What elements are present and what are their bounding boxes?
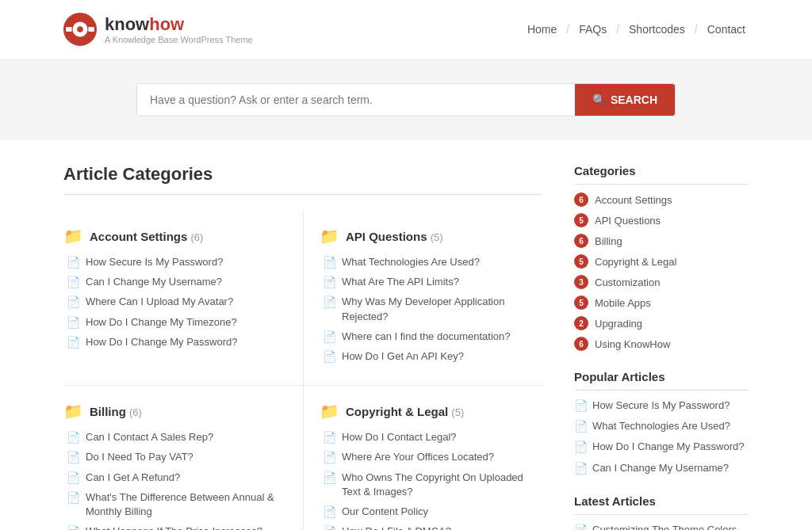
sidebar-cat-link[interactable]: Upgrading — [595, 318, 642, 330]
doc-icon: 📄 — [67, 525, 80, 530]
doc-icon: 📄 — [323, 296, 336, 308]
article-list-billing: 📄Can I Contact A Sales Rep? 📄Do I Need T… — [63, 430, 287, 530]
article-link[interactable]: Can I Change My Username? — [86, 275, 222, 289]
logo-text: knowhow A Knowledge Base WordPress Theme — [105, 14, 253, 44]
sidebar-cat-item: 6 Account Settings — [574, 193, 749, 207]
doc-icon: 📄 — [323, 471, 336, 484]
sidebar-cat-link[interactable]: Billing — [595, 235, 622, 247]
sidebar-popular-item: 📄 Can I Change My Username? — [574, 461, 749, 475]
popular-article-link[interactable]: What Technologies Are Used? — [592, 419, 730, 433]
doc-icon: 📄 — [574, 462, 588, 475]
doc-icon: 📄 — [323, 330, 336, 343]
doc-icon: 📄 — [323, 276, 336, 288]
list-item: 📄Can I Get A Refund? — [67, 471, 287, 485]
list-item: 📄What Technologies Are Used? — [323, 255, 527, 269]
content-area: Article Categories 📁 Account Settings (6… — [63, 164, 542, 530]
sidebar-cat-link[interactable]: Mobile Apps — [595, 297, 651, 309]
folder-icon-copyright: 📁 — [320, 402, 339, 421]
sidebar-latest-list: 📄 Customizing The Theme Colors 📄 Recomme… — [574, 523, 749, 530]
folder-icon-account: 📁 — [63, 227, 83, 246]
sidebar-cat-item: 6 Using KnowHow — [574, 337, 749, 351]
article-link[interactable]: Where can I find the documentation? — [342, 330, 510, 344]
list-item: 📄How Do I Contact Legal? — [323, 430, 527, 444]
sidebar-cat-link[interactable]: Account Settings — [595, 194, 672, 206]
nav-sep-2: / — [616, 23, 619, 36]
category-header-billing: 📁 Billing (6) — [63, 402, 287, 421]
sidebar-popular-item: 📄 What Technologies Are Used? — [574, 419, 749, 433]
search-wrap: 🔍 SEARCH — [136, 83, 676, 116]
sidebar-cat-item: 5 Mobile Apps — [574, 296, 749, 310]
nav-sep-1: / — [566, 23, 569, 36]
popular-article-link[interactable]: Can I Change My Username? — [592, 461, 729, 475]
cat-badge: 5 — [574, 296, 588, 310]
article-link[interactable]: What Technologies Are Used? — [342, 255, 480, 269]
sidebar-cat-link[interactable]: Customization — [595, 276, 660, 288]
article-link[interactable]: What Happens If The Price Increases? — [86, 524, 262, 530]
doc-icon: 📄 — [323, 505, 336, 518]
doc-icon: 📄 — [67, 451, 80, 463]
search-icon: 🔍 — [592, 93, 606, 106]
popular-article-link[interactable]: How Secure Is My Password? — [592, 398, 730, 413]
article-link[interactable]: Do I Need To Pay VAT? — [86, 450, 193, 464]
nav-home[interactable]: Home — [524, 21, 560, 37]
nav-shortcodes[interactable]: Shortcodes — [626, 21, 688, 37]
article-link[interactable]: Can I Get A Refund? — [86, 471, 180, 485]
search-button[interactable]: 🔍 SEARCH — [575, 84, 675, 116]
category-title-api: API Questions (5) — [346, 230, 443, 243]
sidebar-cat-item: 2 Upgrading — [574, 316, 749, 330]
main-nav: Home / FAQs / Shortcodes / Contact — [524, 21, 749, 37]
article-link[interactable]: How Do I File A DMCA? — [342, 524, 451, 530]
article-link[interactable]: Why Was My Developer Application Rejecte… — [342, 295, 527, 323]
sidebar-cat-item: 5 API Questions — [574, 213, 749, 227]
doc-icon: 📄 — [323, 431, 336, 444]
article-link[interactable]: Our Content Policy — [342, 505, 428, 519]
category-grid: 📁 Account Settings (6) 📄How Secure Is My… — [63, 211, 542, 530]
article-link[interactable]: Where Can I Upload My Avatar? — [86, 295, 233, 309]
sidebar-latest-section: Latest Articles 📄 Customizing The Theme … — [574, 494, 749, 530]
search-input[interactable] — [137, 84, 575, 116]
doc-icon: 📄 — [323, 525, 336, 530]
cat-badge: 5 — [574, 254, 588, 269]
list-item: 📄Why Was My Developer Application Reject… — [323, 295, 527, 323]
sidebar-latest-item: 📄 Customizing The Theme Colors — [574, 523, 749, 530]
list-item: 📄Do I Need To Pay VAT? — [67, 450, 287, 464]
cat-badge: 6 — [574, 193, 588, 207]
article-list-api: 📄What Technologies Are Used? 📄What Are T… — [320, 255, 527, 364]
search-button-label: SEARCH — [611, 93, 657, 106]
article-link[interactable]: How Do I Get An API Key? — [342, 349, 464, 364]
doc-icon: 📄 — [574, 399, 588, 412]
article-link[interactable]: Where Are Your Offices Located? — [342, 450, 494, 464]
sidebar-popular-title: Popular Articles — [574, 370, 749, 391]
list-item: 📄How Do I Change My Timezone? — [67, 315, 287, 330]
article-link[interactable]: How Do I Change My Password? — [86, 335, 237, 349]
sidebar-cat-link[interactable]: Using KnowHow — [595, 338, 670, 350]
list-item: 📄What Are The API Limits? — [323, 275, 527, 289]
sidebar-cat-item: 6 Billing — [574, 234, 749, 248]
sidebar-cat-link[interactable]: Copyright & Legal — [595, 256, 676, 268]
doc-icon: 📄 — [67, 431, 80, 444]
cat-badge: 6 — [574, 337, 588, 351]
nav-contact[interactable]: Contact — [704, 21, 749, 37]
doc-icon: 📄 — [67, 336, 80, 349]
folder-icon-billing: 📁 — [63, 402, 83, 421]
article-link[interactable]: How Do I Contact Legal? — [342, 430, 457, 444]
article-link[interactable]: What Are The API Limits? — [342, 275, 459, 289]
article-link[interactable]: How Do I Change My Timezone? — [86, 315, 237, 330]
article-link[interactable]: How Secure Is My Password? — [86, 255, 223, 269]
doc-icon: 📄 — [67, 276, 80, 288]
cat-badge: 6 — [574, 234, 588, 248]
nav-faqs[interactable]: FAQs — [576, 21, 610, 37]
doc-icon: 📄 — [574, 524, 588, 530]
sidebar-cat-link[interactable]: API Questions — [595, 215, 661, 227]
article-link[interactable]: What's The Difference Between Annual & M… — [86, 490, 287, 519]
article-list-copyright: 📄How Do I Contact Legal? 📄Where Are Your… — [320, 430, 527, 530]
list-item: 📄Our Content Policy — [323, 505, 527, 519]
article-link[interactable]: Who Owns The Copyright On Uploaded Text … — [342, 471, 527, 499]
popular-article-link[interactable]: How Do I Change My Password? — [592, 440, 744, 454]
cat-badge: 2 — [574, 316, 588, 330]
svg-point-2 — [77, 26, 83, 32]
doc-icon: 📄 — [67, 491, 80, 504]
article-link[interactable]: Can I Contact A Sales Rep? — [86, 430, 213, 444]
latest-article-link[interactable]: Customizing The Theme Colors — [592, 523, 737, 530]
list-item: 📄How Do I File A DMCA? — [323, 524, 527, 530]
